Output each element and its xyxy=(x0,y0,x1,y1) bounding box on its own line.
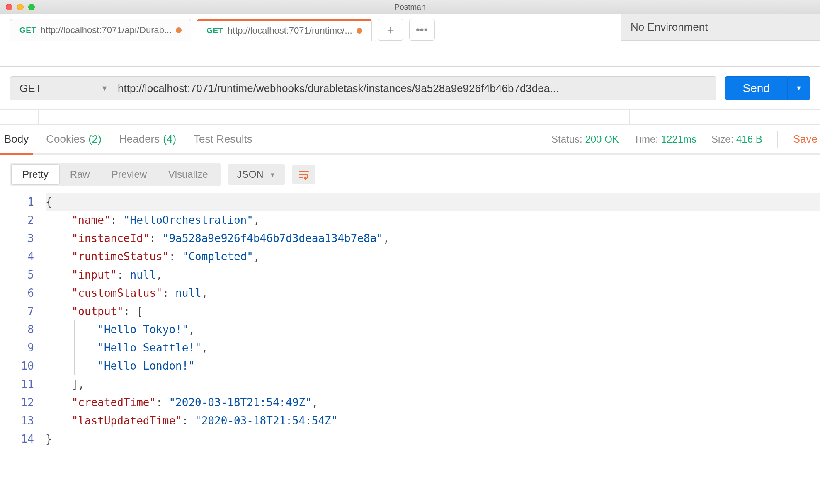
tab-method: GET xyxy=(19,26,36,35)
tab-method: GET xyxy=(206,26,223,35)
new-tab-button[interactable]: ＋ xyxy=(378,19,403,41)
body-language-value: JSON xyxy=(237,169,264,180)
view-tab-pretty[interactable]: Pretty xyxy=(12,165,59,184)
body-language-select[interactable]: JSON ▼ xyxy=(228,164,285,185)
tabs-area: GET http://localhost:7071/api/Durab... G… xyxy=(0,14,820,67)
body-view-tabs: Pretty Raw Preview Visualize xyxy=(10,163,221,186)
response-meta-bar: Body Cookies (2) Headers (4) Test Result… xyxy=(0,125,820,155)
headers-count: (4) xyxy=(163,133,176,145)
divider xyxy=(777,131,778,148)
environment-label: No Environment xyxy=(631,21,708,34)
response-tab-test-results[interactable]: Test Results xyxy=(192,125,254,153)
view-tab-preview[interactable]: Preview xyxy=(101,165,158,184)
wrap-icon xyxy=(298,169,310,180)
code-lines: { "name": "HelloOrchestration", "instanc… xyxy=(46,193,820,448)
response-tab-body[interactable]: Body xyxy=(2,125,30,153)
request-url-input[interactable]: http://localhost:7071/runtime/webhooks/d… xyxy=(109,76,716,100)
size-value: 416 B xyxy=(736,133,762,145)
window-title: Postman xyxy=(0,2,820,12)
plus-icon: ＋ xyxy=(385,22,396,38)
http-method-value: GET xyxy=(19,82,41,95)
environment-selector[interactable]: No Environment xyxy=(621,14,820,41)
ellipsis-icon: ••• xyxy=(416,23,428,36)
request-tab[interactable]: GET http://localhost:7071/api/Durab... xyxy=(10,19,191,41)
body-view-controls: Pretty Raw Preview Visualize JSON ▼ xyxy=(0,155,820,193)
request-bar: GET ▼ http://localhost:7071/runtime/webh… xyxy=(0,67,820,110)
send-button[interactable]: Send xyxy=(725,76,788,100)
tab-label: http://localhost:7071/runtime/... xyxy=(228,25,352,36)
cookies-count: (2) xyxy=(88,133,102,145)
save-response-button[interactable]: Save xyxy=(793,133,818,145)
chevron-down-icon: ▼ xyxy=(796,85,802,92)
wrap-lines-button[interactable] xyxy=(292,165,315,184)
titlebar: Postman xyxy=(0,0,820,14)
http-method-select[interactable]: GET ▼ xyxy=(10,76,118,100)
request-tab-active[interactable]: GET http://localhost:7071/runtime/... xyxy=(197,19,371,41)
unsaved-indicator-icon xyxy=(357,28,362,34)
tab-options-button[interactable]: ••• xyxy=(409,19,435,41)
time-block: Time: 1221ms xyxy=(634,133,696,145)
response-body-editor[interactable]: 1 2 3 4 5 6 7 8 9 10 11 12 13 14 { "name… xyxy=(0,193,820,456)
time-value: 1221ms xyxy=(661,133,696,145)
line-number-gutter: 1 2 3 4 5 6 7 8 9 10 11 12 13 14 xyxy=(0,193,46,448)
tab-label: http://localhost:7071/api/Durab... xyxy=(41,25,172,36)
send-options-button[interactable]: ▼ xyxy=(788,76,810,100)
response-tab-cookies[interactable]: Cookies (2) xyxy=(44,125,103,153)
chevron-down-icon: ▼ xyxy=(101,84,108,93)
view-tab-raw[interactable]: Raw xyxy=(59,165,101,184)
response-tab-headers[interactable]: Headers (4) xyxy=(117,125,178,153)
view-tab-visualize[interactable]: Visualize xyxy=(158,165,219,184)
status-block: Status: 200 OK xyxy=(551,133,619,145)
request-url-value: http://localhost:7071/runtime/webhooks/d… xyxy=(118,82,559,95)
status-value: 200 OK xyxy=(585,133,619,145)
request-sub-strip xyxy=(0,110,820,125)
size-block: Size: 416 B xyxy=(711,133,762,145)
unsaved-indicator-icon xyxy=(176,27,182,33)
chevron-down-icon: ▼ xyxy=(269,171,276,178)
